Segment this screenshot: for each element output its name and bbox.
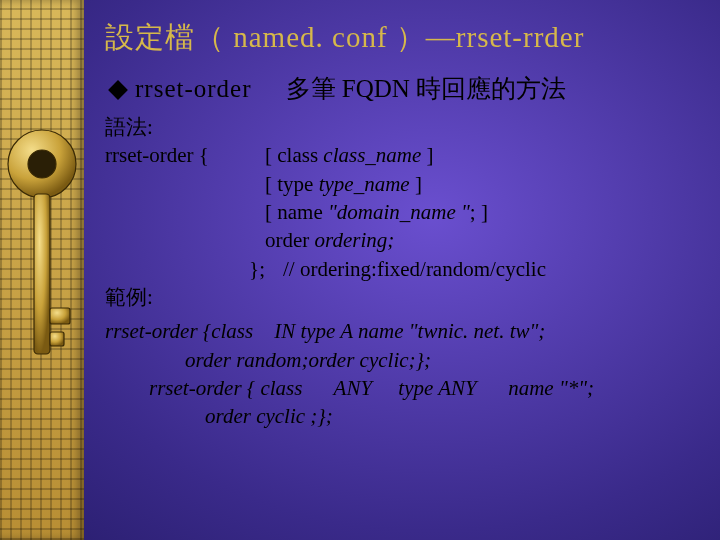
syntax-open: rrset-order { bbox=[105, 141, 265, 169]
key-icon bbox=[6, 118, 78, 418]
example-line-2: order random;order cyclic;}; bbox=[105, 346, 700, 374]
example-block: rrset-order {class IN type A name "twnic… bbox=[105, 317, 700, 430]
syntax-line-2: [ type type_name ] bbox=[265, 170, 700, 198]
slide-content: 設定檔（ named. conf ）—rrset-rrder rrset-ord… bbox=[105, 18, 700, 431]
svg-point-1 bbox=[28, 150, 56, 178]
svg-rect-2 bbox=[34, 194, 50, 354]
example-label: 範例: bbox=[105, 283, 265, 311]
syntax-close: }; bbox=[105, 255, 283, 283]
syntax-label: 語法: bbox=[105, 113, 265, 141]
example-line-4: order cyclic ;}; bbox=[105, 402, 700, 430]
heading-row: rrset-order多筆 FQDN 時回應的方法 bbox=[105, 72, 700, 105]
slide-title: 設定檔（ named. conf ）—rrset-rrder bbox=[105, 18, 700, 58]
syntax-line-1: [ class class_name ] bbox=[265, 141, 700, 169]
example-line-1: rrset-order {class IN type A name "twnic… bbox=[105, 317, 700, 345]
heading-desc: 多筆 FQDN 時回應的方法 bbox=[286, 75, 567, 102]
bullet-icon bbox=[108, 80, 128, 100]
example-line-3: rrset-order { class ANY type ANY name "*… bbox=[105, 374, 700, 402]
heading-term: rrset-order bbox=[135, 75, 252, 102]
svg-rect-3 bbox=[50, 308, 70, 324]
svg-rect-4 bbox=[50, 332, 64, 346]
syntax-line-3: [ name "domain_name "; ] bbox=[265, 198, 700, 226]
syntax-line-4: order ordering; bbox=[265, 226, 700, 254]
syntax-comment: // ordering:fixed/random/cyclic bbox=[283, 255, 700, 283]
